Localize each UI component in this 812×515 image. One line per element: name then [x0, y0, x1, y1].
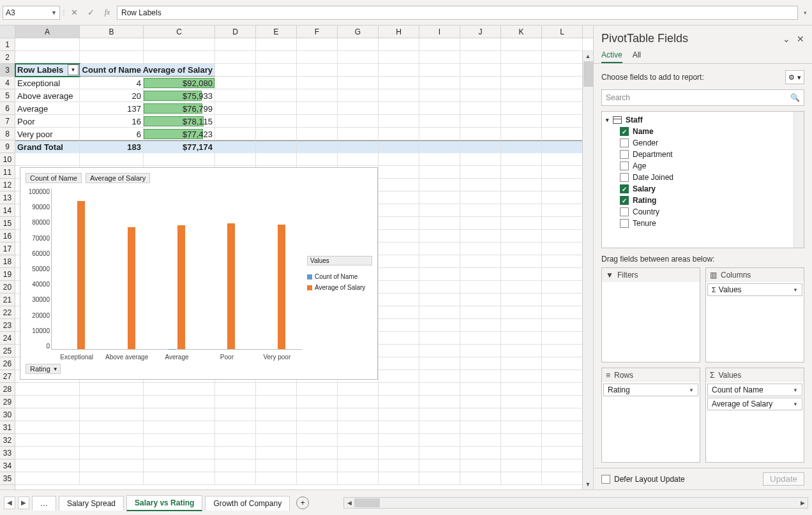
cell[interactable] [338, 421, 379, 434]
cell[interactable] [379, 51, 419, 64]
values-pill-count[interactable]: Count of Name ▼ [707, 384, 802, 396]
cell[interactable] [419, 294, 460, 306]
cell[interactable] [542, 64, 583, 77]
row-labels-dropdown[interactable]: ▼ [68, 64, 79, 75]
scroll-up-icon[interactable]: ▲ [583, 51, 593, 61]
formula-expand-icon[interactable]: ▾ [801, 10, 809, 16]
defer-checkbox[interactable] [601, 475, 610, 484]
formula-bar[interactable]: Row Labels [117, 6, 798, 20]
cell[interactable] [338, 128, 379, 140]
row-header-16[interactable]: 16 [0, 230, 15, 243]
cell[interactable] [419, 77, 460, 89]
row-header-2[interactable]: 2 [0, 51, 15, 64]
cell[interactable] [379, 204, 419, 217]
cell[interactable] [419, 38, 460, 51]
cell[interactable] [297, 447, 338, 459]
cell[interactable] [542, 217, 583, 230]
cell[interactable] [144, 38, 215, 51]
cell[interactable] [379, 115, 419, 128]
cell[interactable] [460, 191, 501, 204]
cell[interactable] [379, 217, 419, 230]
col-header-J[interactable]: J [460, 26, 501, 38]
cell[interactable] [542, 306, 583, 319]
cell[interactable]: Poor [15, 115, 80, 128]
chart-field-avg[interactable]: Average of Salary [86, 173, 150, 183]
row-header-27[interactable]: 27 [0, 370, 15, 383]
cell[interactable] [15, 421, 80, 434]
cell[interactable]: $78,115 [144, 115, 215, 128]
cell[interactable] [15, 51, 80, 64]
row-header-10[interactable]: 10 [0, 153, 15, 166]
cell[interactable] [256, 102, 297, 115]
row-header-8[interactable]: 8 [0, 128, 15, 140]
horizontal-scrollbar[interactable]: ◀ ▶ [343, 497, 808, 509]
cell[interactable] [460, 255, 501, 268]
tab-salary-vs-rating[interactable]: Salary vs Rating [126, 495, 202, 511]
checkbox[interactable] [620, 219, 629, 228]
cell[interactable] [460, 357, 501, 370]
cell[interactable] [80, 51, 144, 64]
cell[interactable] [297, 472, 338, 485]
cell[interactable] [215, 89, 256, 102]
cell[interactable] [460, 370, 501, 383]
cell[interactable] [542, 294, 583, 306]
cell[interactable] [297, 115, 338, 128]
cell[interactable]: Row Labels▼ [15, 64, 80, 77]
row-header-30[interactable]: 30 [0, 408, 15, 421]
cell[interactable] [501, 447, 542, 459]
select-all-corner[interactable] [0, 26, 15, 38]
row-header-22[interactable]: 22 [0, 306, 15, 319]
cell[interactable] [15, 447, 80, 459]
cell[interactable] [379, 153, 419, 166]
cell[interactable]: Exceptional [15, 77, 80, 89]
cell[interactable]: Above average [15, 89, 80, 102]
cell[interactable] [256, 421, 297, 434]
cell[interactable] [419, 421, 460, 434]
cell[interactable]: Average [15, 102, 80, 115]
cell[interactable] [379, 166, 419, 179]
col-header-I[interactable]: I [419, 26, 460, 38]
cell[interactable] [15, 38, 80, 51]
name-box[interactable]: A3 ▼ [3, 6, 60, 20]
cell[interactable] [297, 383, 338, 396]
cell[interactable] [338, 447, 379, 459]
add-sheet-button[interactable]: + [296, 496, 309, 509]
cell[interactable] [419, 370, 460, 383]
cell[interactable] [542, 166, 583, 179]
cell[interactable] [501, 51, 542, 64]
cell[interactable]: $76,799 [144, 102, 215, 115]
cell[interactable] [542, 472, 583, 485]
col-header-C[interactable]: C [144, 26, 215, 38]
cell[interactable] [144, 408, 215, 421]
cell[interactable] [501, 204, 542, 217]
row-header-29[interactable]: 29 [0, 396, 15, 408]
cell[interactable] [80, 396, 144, 408]
cell[interactable] [460, 77, 501, 89]
cell[interactable] [256, 89, 297, 102]
cell[interactable] [338, 64, 379, 77]
cell[interactable] [460, 319, 501, 332]
cell[interactable] [542, 383, 583, 396]
cell[interactable] [419, 115, 460, 128]
cell[interactable]: $77,174 [144, 140, 215, 153]
rows-pill-rating[interactable]: Rating ▼ [603, 384, 698, 396]
cell[interactable] [501, 332, 542, 345]
cell[interactable] [215, 396, 256, 408]
cell[interactable] [297, 459, 338, 472]
cell[interactable] [297, 77, 338, 89]
cell[interactable] [256, 396, 297, 408]
cell[interactable] [460, 230, 501, 243]
row-header-31[interactable]: 31 [0, 421, 15, 434]
field-rating[interactable]: ✓Rating [602, 195, 804, 206]
scroll-down-icon[interactable]: ▼ [583, 479, 593, 489]
cell[interactable] [256, 434, 297, 447]
cell[interactable] [419, 319, 460, 332]
cell[interactable] [501, 281, 542, 294]
cell[interactable] [501, 102, 542, 115]
cell[interactable] [501, 357, 542, 370]
cell[interactable] [80, 459, 144, 472]
cell[interactable] [379, 89, 419, 102]
area-columns[interactable]: ▥Columns Σ Values ▼ [705, 267, 804, 362]
checkbox[interactable] [620, 173, 629, 182]
cell[interactable] [501, 89, 542, 102]
